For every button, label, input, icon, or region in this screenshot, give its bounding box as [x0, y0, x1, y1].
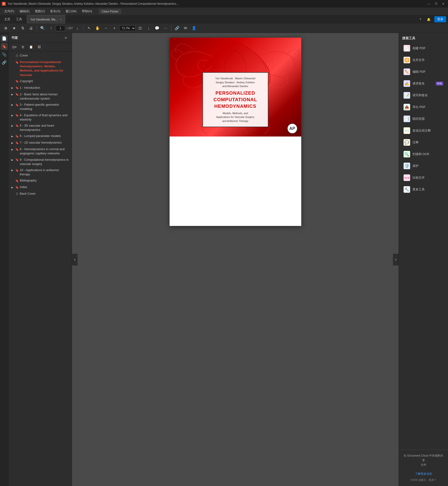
bookmark-backcover[interactable]: ☰ Back Cover	[8, 190, 72, 197]
tool-annotate[interactable]: 💬 注释	[400, 137, 447, 148]
bookmark-cover[interactable]: ☰ Cover	[8, 52, 72, 59]
organize-pages-icon: 📑	[404, 115, 410, 122]
cursor-tool[interactable]: ↖	[85, 25, 93, 32]
menu-sign[interactable]: 签名(S)	[48, 8, 63, 14]
zoom-in-btn[interactable]: +	[111, 25, 118, 32]
bookmark-copyright[interactable]: 🔖 Copyright	[8, 78, 72, 84]
user-btn[interactable]: 👤	[190, 25, 198, 32]
sidebar-copy-btn[interactable]: 📋	[27, 44, 35, 50]
separator-2	[83, 25, 83, 31]
citavi-picker[interactable]: Citavi Picker	[99, 9, 121, 14]
tool-send-annotate[interactable]: 📨 发送以供注释	[400, 125, 447, 136]
tools-nav[interactable]: 工具	[14, 16, 24, 22]
page-number-input[interactable]	[56, 25, 65, 31]
tool-merge-files[interactable]: 🔀 合并文件	[400, 54, 447, 66]
help-button[interactable]: ?	[418, 17, 423, 22]
expand-ch3: ▶	[10, 103, 14, 107]
merge-files-icon: 🔀	[404, 57, 410, 63]
menu-view[interactable]: 视图(V)	[32, 8, 47, 14]
tool-scan-ocr[interactable]: 🔍 扫描和 OCR	[400, 148, 447, 160]
bookmark-ch10[interactable]: ▶ 🔖 10 - Applications in antitumor thera…	[8, 167, 72, 177]
more-tools-icon: 🔧	[404, 186, 410, 193]
sidebar-close-btn[interactable]: ✕	[63, 35, 69, 41]
book-cover-image: Yuri Vassilevski · Maxim Olshanskii Serg…	[169, 38, 301, 137]
next-page-button[interactable]: ↓	[74, 25, 81, 32]
bottom-link[interactable]: 了解更多信息	[415, 472, 432, 475]
sidebar-delete-btn[interactable]: 🗑	[20, 44, 26, 50]
zoom-out-btn[interactable]: −	[102, 25, 110, 32]
pages-strip-btn[interactable]: 📄	[1, 35, 8, 42]
label-copyright: Copyright	[20, 79, 70, 83]
menu-window[interactable]: 窗口(W)	[63, 8, 79, 14]
print-button[interactable]: 🖨	[27, 25, 35, 32]
sidebar-menu-btn[interactable]: ▤▾	[10, 44, 19, 50]
zoom-out-button[interactable]: 🔍	[39, 25, 46, 32]
fit-page-btn[interactable]: ⊡	[136, 25, 144, 32]
bookmark-ch7[interactable]: ▶ 🔖 7 - 1D vascular hemodynamics	[8, 139, 72, 146]
notifications-button[interactable]: 🔔	[425, 17, 432, 22]
label-index: Index	[20, 184, 70, 189]
window-controls[interactable]: — ❐ ✕	[426, 2, 446, 6]
bookmark-index[interactable]: ▶ 🔖 Index	[8, 184, 72, 190]
more-tools-btn[interactable]: ···	[162, 25, 169, 32]
scroll-mode-btn[interactable]: ↓	[145, 25, 152, 32]
label-ch5: 5 - 3D vascular and heart hemodynamics	[20, 123, 70, 132]
pdf-viewer[interactable]: ‹ ›	[72, 33, 399, 486]
bookmark-ch2[interactable]: ▶ 🔖 2 - Basic facts about human cardiova…	[8, 91, 72, 101]
publisher-logo: AP	[287, 123, 297, 134]
comment-btn[interactable]: 💬	[153, 25, 161, 32]
bookmark-ch4[interactable]: ▶ 🔖 4 - Equations of fluid dynamics and …	[8, 112, 72, 122]
tool-create-pdf[interactable]: 📄 创建 PDF	[400, 43, 447, 54]
tool-export-pdf[interactable]: 📤 导出 PDF	[400, 101, 447, 113]
login-button[interactable]: 登录	[434, 16, 446, 22]
email-btn[interactable]: ✉	[182, 25, 189, 32]
menu-help[interactable]: 帮助(H)	[80, 8, 95, 14]
home-nav[interactable]: 主页	[2, 16, 13, 22]
book-title-line2: COMPUTATIONAL	[207, 97, 264, 102]
pdf-next-arrow[interactable]: ›	[393, 254, 399, 265]
icon-ch2: 🔖	[15, 92, 19, 97]
tab-close-button[interactable]: ×	[60, 18, 62, 21]
tool-request-sign[interactable]: ✍️ 请求签名 特色	[400, 78, 447, 89]
active-tab[interactable]: Yuri Vassilevski, Ma... ×	[27, 15, 65, 24]
icon-personalized: 🔖	[15, 60, 19, 65]
attachments-strip-btn[interactable]: 📎	[1, 51, 8, 58]
tool-fill-sign[interactable]: 📝 填写和签名	[400, 90, 447, 101]
sidebar-image-btn[interactable]: 🖼	[36, 44, 43, 50]
close-button[interactable]: ✕	[440, 2, 446, 6]
label-ch4: 4 - Equations of fluid dynamics and elas…	[20, 113, 70, 122]
create-pdf-icon: 📄	[404, 45, 410, 51]
bookmark-bibliography[interactable]: 🔖 Bibliography	[8, 177, 72, 184]
links-strip-btn[interactable]: 🔗	[1, 59, 8, 66]
tab-bar: 主页 工具 Yuri Vassilevski, Ma... × ? 🔔 登录	[0, 15, 448, 24]
tool-organize-pages[interactable]: 📑 组织页面	[400, 113, 447, 124]
tool-more-tools[interactable]: 🔧 更多工具	[400, 184, 447, 195]
prev-page-button[interactable]: ↑	[47, 25, 55, 32]
label-backcover: Back Cover	[20, 191, 70, 196]
request-sign-icon: ✍️	[404, 80, 410, 87]
bookmark-ch5[interactable]: ▶ 🔖 5 - 3D vascular and heart hemodynami…	[8, 122, 72, 133]
minimize-button[interactable]: —	[426, 2, 432, 6]
restore-button[interactable]: ❐	[433, 2, 439, 6]
bookmark-ch6[interactable]: ▶ 🔖 6 - Lumped parameter models	[8, 133, 72, 139]
tool-protect[interactable]: 🛡️ 保护	[400, 160, 447, 172]
zoom-select[interactable]: 71.7% 50% 75% 100% 125% 150%	[119, 25, 136, 31]
hand-tool[interactable]: ✋	[94, 25, 101, 32]
tool-edit-pdf[interactable]: ✏️ 编辑 PDF	[400, 66, 447, 77]
pdf-prev-arrow[interactable]: ‹	[72, 254, 78, 265]
share-button[interactable]: ⇅	[19, 25, 26, 32]
icon-cover: ☰	[15, 53, 19, 58]
tool-compare[interactable]: ⟺ 比较文件	[400, 172, 447, 183]
bookmark-ch3[interactable]: ▶ 🔖 3 - Patient-specific geometric model…	[8, 101, 72, 112]
menu-file[interactable]: 文件(F)	[2, 8, 17, 14]
bookmark-intro[interactable]: ▶ 🔖 1 - Introduction	[8, 84, 72, 91]
protect-icon: 🛡️	[404, 163, 410, 169]
bookmark-personalized[interactable]: 🔖 Personalized Computational Hemodynamic…	[8, 59, 72, 78]
add-button[interactable]: ⊕	[2, 25, 9, 32]
bookmarks-strip-btn[interactable]: 🔖	[1, 43, 8, 50]
bookmark-ch8[interactable]: ▶ 🔖 8 - Hemodynamics in normal and angio…	[8, 146, 72, 156]
link-btn[interactable]: 🔗	[173, 25, 181, 32]
menu-edit[interactable]: 编辑(E)	[17, 8, 32, 14]
bookmark-toolbar-btn[interactable]: ★	[10, 25, 18, 32]
bookmark-ch9[interactable]: ▶ 🔖 9 - Computational hemodynamics in va…	[8, 157, 72, 167]
